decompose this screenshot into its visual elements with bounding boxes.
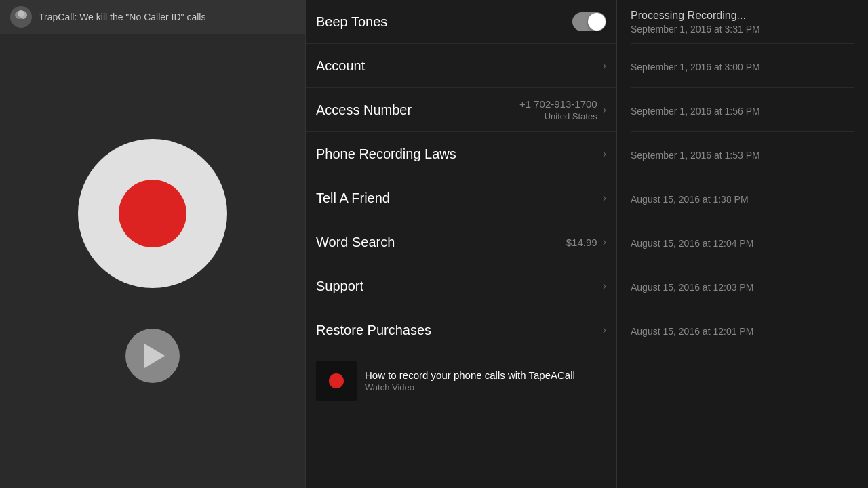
menu-item-beep-tones[interactable]: Beep Tones	[306, 0, 616, 44]
call-item-0[interactable]: Processing Recording... September 1, 201…	[631, 0, 854, 44]
play-button[interactable]	[125, 329, 180, 383]
video-banner[interactable]: How to record your phone calls with Tape…	[306, 352, 616, 409]
menu-item-beep-tones-label-area: Beep Tones	[316, 14, 387, 30]
menu-item-restore-purchases[interactable]: Restore Purchases ›	[306, 308, 616, 352]
beep-tones-label: Beep Tones	[316, 14, 387, 30]
toggle-knob	[588, 13, 606, 30]
header-text: TrapCall: We kill the "No Caller ID" cal…	[39, 12, 205, 22]
restore-purchases-chevron-icon: ›	[603, 324, 606, 336]
support-chevron-icon: ›	[603, 280, 606, 292]
header-bar: TrapCall: We kill the "No Caller ID" cal…	[0, 0, 305, 34]
access-number-label: Access Number	[316, 102, 412, 118]
phone-recording-laws-right: ›	[603, 148, 606, 160]
word-search-label-area: Word Search	[316, 235, 395, 250]
restore-purchases-label-area: Restore Purchases	[316, 323, 431, 338]
video-title: How to record your phone calls with Tape…	[365, 369, 575, 381]
record-button[interactable]	[78, 139, 227, 288]
restore-purchases-right: ›	[603, 324, 606, 336]
account-label: Account	[316, 58, 365, 74]
call-date-0: September 1, 2016 at 3:31 PM	[631, 24, 854, 35]
call-item-7[interactable]: August 15, 2016 at 12:01 PM	[631, 308, 854, 352]
phone-recording-laws-chevron-icon: ›	[603, 148, 606, 160]
record-dot	[119, 180, 186, 247]
call-item-2[interactable]: September 1, 2016 at 1:56 PM	[631, 88, 854, 132]
tell-a-friend-label: Tell A Friend	[316, 190, 390, 206]
call-date-4: August 15, 2016 at 1:38 PM	[631, 194, 854, 205]
word-search-price: $14.99	[566, 237, 597, 248]
access-number-value: +1 702-913-1700	[519, 98, 597, 110]
call-item-1[interactable]: September 1, 2016 at 3:00 PM	[631, 44, 854, 88]
support-label-area: Support	[316, 279, 363, 294]
beep-tones-right	[572, 12, 606, 31]
call-list: Processing Recording... September 1, 201…	[617, 0, 868, 488]
phone-recording-laws-label-area: Phone Recording Laws	[316, 146, 456, 162]
play-triangle-icon	[144, 344, 165, 368]
menu-item-phone-recording-laws[interactable]: Phone Recording Laws ›	[306, 132, 616, 176]
account-chevron-icon: ›	[603, 60, 606, 72]
call-item-3[interactable]: September 1, 2016 at 1:53 PM	[631, 132, 854, 176]
menu-item-tell-a-friend[interactable]: Tell A Friend ›	[306, 176, 616, 220]
access-number-chevron-icon: ›	[603, 104, 606, 116]
left-panel: TrapCall: We kill the "No Caller ID" cal…	[0, 0, 305, 488]
tell-a-friend-chevron-icon: ›	[603, 192, 606, 204]
beep-tones-toggle[interactable]	[572, 12, 606, 31]
access-number-sublabel: United States	[519, 111, 597, 121]
call-title-0: Processing Recording...	[631, 9, 854, 22]
call-item-5[interactable]: August 15, 2016 at 12:04 PM	[631, 220, 854, 264]
word-search-label: Word Search	[316, 235, 395, 250]
svg-point-2	[18, 10, 24, 17]
menu-item-word-search[interactable]: Word Search $14.99 ›	[306, 220, 616, 264]
call-item-4[interactable]: August 15, 2016 at 1:38 PM	[631, 176, 854, 220]
video-text-block: How to record your phone calls with Tape…	[365, 369, 575, 392]
menu-item-account[interactable]: Account ›	[306, 44, 616, 88]
account-label-area: Account	[316, 58, 365, 74]
tell-a-friend-label-area: Tell A Friend	[316, 190, 390, 206]
video-thumbnail	[316, 361, 357, 401]
account-right: ›	[603, 60, 606, 72]
word-search-right: $14.99 ›	[566, 236, 606, 248]
record-button-area	[78, 34, 227, 488]
tell-a-friend-right: ›	[603, 192, 606, 204]
support-right: ›	[603, 280, 606, 292]
access-number-label-area: Access Number	[316, 102, 412, 118]
call-date-1: September 1, 2016 at 3:00 PM	[631, 62, 854, 73]
restore-purchases-label: Restore Purchases	[316, 323, 431, 338]
settings-menu: Beep Tones Account › Access Number +1 70…	[305, 0, 617, 488]
menu-item-access-number[interactable]: Access Number +1 702-913-1700 United Sta…	[306, 88, 616, 132]
call-date-6: August 15, 2016 at 12:03 PM	[631, 282, 854, 293]
call-date-3: September 1, 2016 at 1:53 PM	[631, 150, 854, 161]
call-date-2: September 1, 2016 at 1:56 PM	[631, 106, 854, 117]
trapcall-logo-icon	[10, 6, 32, 28]
word-search-chevron-icon: ›	[603, 236, 606, 248]
menu-item-support[interactable]: Support ›	[306, 264, 616, 308]
support-label: Support	[316, 279, 363, 294]
call-date-5: August 15, 2016 at 12:04 PM	[631, 238, 854, 249]
video-record-dot-icon	[329, 373, 344, 388]
call-date-7: August 15, 2016 at 12:01 PM	[631, 326, 854, 337]
phone-recording-laws-label: Phone Recording Laws	[316, 146, 456, 162]
beep-tones-toggle-container[interactable]	[572, 12, 606, 31]
video-subtitle: Watch Video	[365, 382, 575, 392]
access-number-right: +1 702-913-1700 United States ›	[519, 98, 606, 121]
call-item-6[interactable]: August 15, 2016 at 12:03 PM	[631, 264, 854, 308]
